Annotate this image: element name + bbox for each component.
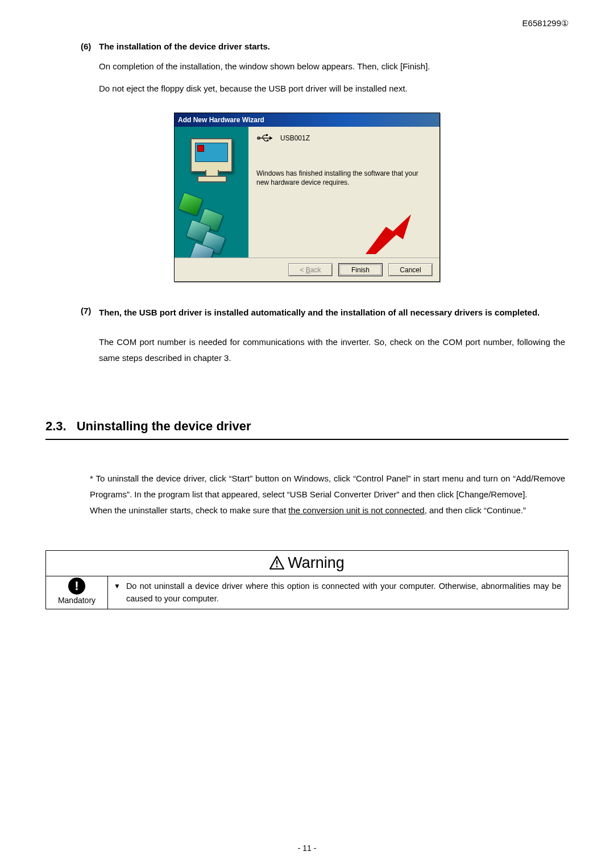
step7-body: The COM port number is needed for commun… bbox=[99, 334, 565, 366]
wizard-content: USB001Z Windows has finished installing … bbox=[248, 127, 439, 258]
section-2-3-title: Uninstalling the device driver bbox=[77, 417, 251, 435]
usb-device-icon bbox=[256, 132, 275, 144]
wizard-finish-text: Windows has finished installing the soft… bbox=[256, 169, 432, 187]
back-accel: B bbox=[306, 266, 310, 274]
page-number: - 11 - bbox=[0, 842, 614, 854]
warning-bullet-icon: ▼ bbox=[114, 580, 121, 605]
step6-line2: Do not eject the floppy disk yet, becaus… bbox=[99, 81, 563, 97]
svg-rect-7 bbox=[276, 560, 277, 564]
doc-number: E6581299① bbox=[45, 17, 569, 30]
svg-point-4 bbox=[267, 139, 268, 141]
step7-number: (7) bbox=[81, 305, 99, 321]
warning-text-cell: ▼ Do not uninstall a device driver where… bbox=[108, 576, 568, 609]
mandatory-icon: ! bbox=[68, 578, 85, 595]
wizard-dialog-wrap: Add New Hardware Wizard bbox=[45, 113, 569, 282]
back-rest: ack bbox=[310, 266, 321, 274]
sec23-text-underlined: the conversion unit is not connected, bbox=[288, 505, 427, 515]
wizard-footer: < Back Finish Cancel bbox=[175, 258, 439, 281]
warning-triangle-icon bbox=[269, 556, 284, 570]
device-row: USB001Z bbox=[256, 132, 432, 144]
step7-heading: (7) Then, the USB port driver is install… bbox=[81, 305, 569, 321]
sec23-text-2b: and then click “Continue.” bbox=[427, 505, 526, 515]
device-label: USB001Z bbox=[280, 133, 310, 143]
step6-title: The installation of the device driver st… bbox=[99, 40, 270, 53]
wizard-body: USB001Z Windows has finished installing … bbox=[175, 127, 439, 258]
svg-rect-8 bbox=[276, 566, 277, 567]
section-2-3-number: 2.3. bbox=[45, 417, 67, 435]
wizard-sidebar-image bbox=[175, 127, 248, 258]
step6-heading: (6) The installation of the device drive… bbox=[81, 40, 569, 53]
sec23-text-2a: When the uninstaller starts, check to ma… bbox=[90, 505, 288, 515]
svg-marker-2 bbox=[269, 136, 272, 140]
warning-text: Do not uninstall a device driver where t… bbox=[126, 580, 561, 605]
mandatory-label: Mandatory bbox=[58, 595, 96, 607]
svg-rect-3 bbox=[266, 134, 268, 136]
step6-line1: On completion of the installation, the w… bbox=[99, 59, 563, 75]
cancel-button[interactable]: Cancel bbox=[388, 263, 433, 276]
warning-box: Warning ! Mandatory ▼ Do not uninstall a… bbox=[45, 550, 569, 609]
section-2-3-heading: 2.3. Uninstalling the device driver bbox=[45, 417, 569, 440]
page: E6581299① (6) The installation of the de… bbox=[0, 0, 614, 868]
monitor-icon bbox=[190, 138, 233, 172]
step6-body: On completion of the installation, the w… bbox=[99, 59, 563, 97]
warning-header: Warning bbox=[45, 550, 569, 576]
svg-marker-5 bbox=[366, 214, 411, 254]
warning-mandatory-cell: ! Mandatory bbox=[46, 576, 108, 609]
wizard-dialog: Add New Hardware Wizard bbox=[174, 113, 440, 282]
red-arrow-annotation bbox=[366, 214, 411, 254]
wizard-titlebar: Add New Hardware Wizard bbox=[175, 113, 439, 127]
warning-label: Warning bbox=[288, 551, 345, 575]
section-2-3: 2.3. Uninstalling the device driver * To… bbox=[45, 417, 569, 518]
step7-title: Then, the USB port driver is installed a… bbox=[99, 305, 569, 321]
back-button: < Back bbox=[288, 263, 333, 276]
section-2-3-body: * To uninstall the device driver, click … bbox=[90, 471, 565, 518]
step6-number: (6) bbox=[81, 40, 99, 53]
finish-button[interactable]: Finish bbox=[338, 263, 383, 276]
sec23-text-1: * To uninstall the device driver, click … bbox=[90, 474, 565, 499]
warning-row: ! Mandatory ▼ Do not uninstall a device … bbox=[45, 576, 569, 609]
